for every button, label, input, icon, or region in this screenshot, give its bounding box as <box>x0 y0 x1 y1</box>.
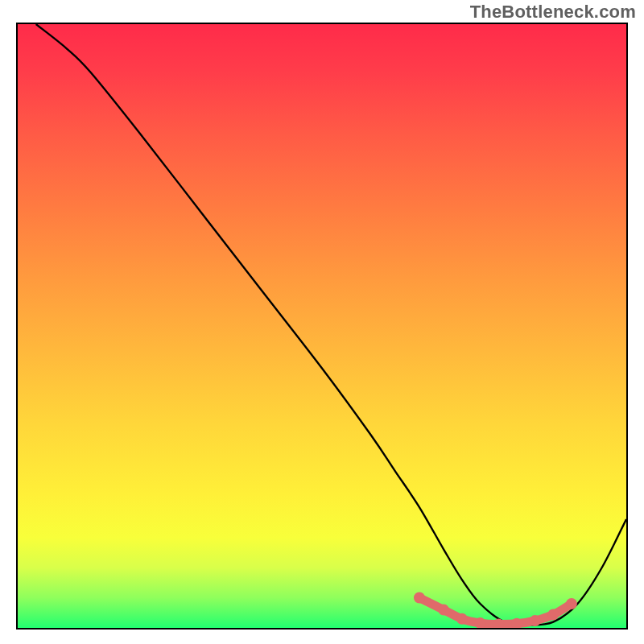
chart-container: TheBottleneck.com <box>0 0 644 644</box>
optimal-marker-dot <box>438 605 449 616</box>
chart-svg <box>18 24 626 628</box>
plot-area <box>16 23 628 630</box>
bottleneck-curve-path <box>36 24 626 625</box>
optimal-marker-dot <box>456 613 468 625</box>
optimal-marker-dot <box>566 598 577 609</box>
optimal-marker-dot <box>547 609 559 621</box>
optimal-marker-dot <box>414 592 425 604</box>
watermark-text: TheBottleneck.com <box>470 2 636 23</box>
optimal-marker-dot <box>530 615 541 626</box>
